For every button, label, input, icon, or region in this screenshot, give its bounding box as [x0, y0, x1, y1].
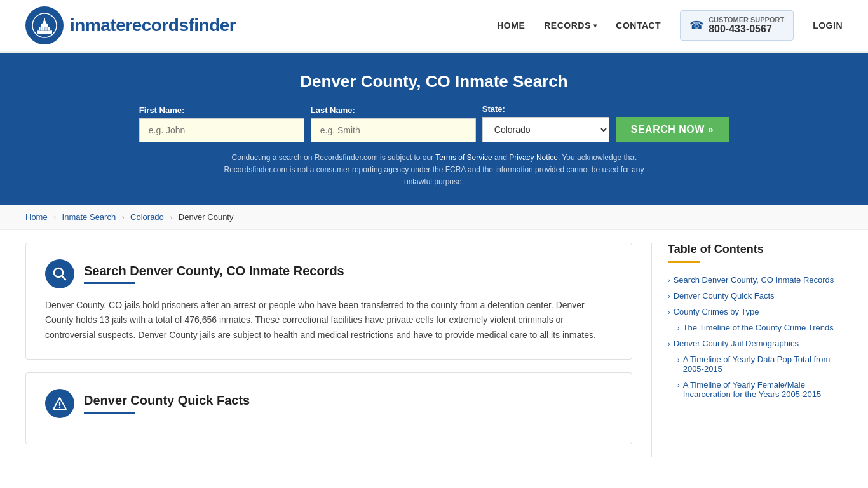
- support-phone: 800-433-0567: [709, 24, 784, 35]
- content-left: Search Denver County, CO Inmate Records …: [25, 243, 652, 457]
- chevron-right-icon: ›: [677, 381, 680, 389]
- toc-title: Table of Contents: [668, 243, 843, 256]
- section-title-search: Search Denver County, CO Inmate Records: [84, 264, 344, 278]
- state-select[interactable]: Colorado: [482, 117, 609, 142]
- toc-item-sub: › A Timeline of Yearly Female/Male Incar…: [668, 377, 843, 402]
- first-name-input[interactable]: [139, 118, 304, 142]
- section-header-search: Search Denver County, CO Inmate Records: [45, 259, 613, 288]
- breadcrumb-state[interactable]: Colorado: [130, 212, 164, 222]
- quick-facts-section: Denver County Quick Facts: [25, 372, 632, 444]
- content-right: Table of Contents › Search Denver County…: [652, 243, 843, 457]
- chevron-down-icon: ▾: [593, 22, 597, 29]
- phone-icon: ☎: [689, 18, 703, 32]
- main-nav: HOME RECORDS ▾ CONTACT ☎ CUSTOMER SUPPOR…: [497, 10, 843, 41]
- toc-item: › Denver County Quick Facts: [668, 288, 843, 304]
- hero-title: Denver County, CO Inmate Search: [25, 72, 843, 92]
- chevron-right-icon: ›: [677, 356, 680, 363]
- chevron-right-icon: ›: [668, 340, 670, 348]
- search-row: First Name: Last Name: State: Colorado S…: [25, 104, 843, 142]
- toc-box: Table of Contents › Search Denver County…: [668, 243, 843, 402]
- toc-item: › Search Denver County, CO Inmate Record…: [668, 272, 843, 288]
- breadcrumb: Home › Inmate Search › Colorado › Denver…: [0, 205, 868, 230]
- first-name-label: First Name:: [139, 105, 185, 115]
- breadcrumb-sep-3: ›: [170, 214, 172, 221]
- toc-item-sub: › The Timeline of the County Crime Trend…: [668, 320, 843, 336]
- logo-text: inmaterecordsfinder: [70, 15, 236, 36]
- first-name-group: First Name:: [139, 105, 304, 142]
- toc-item: › County Crimes by Type: [668, 304, 843, 320]
- site-header: inmaterecordsfinder HOME RECORDS ▾ CONTA…: [0, 0, 868, 53]
- state-label: State:: [482, 104, 505, 114]
- svg-rect-5: [44, 18, 45, 20]
- section-underline: [84, 282, 135, 284]
- toc-item: › Denver County Jail Demographics: [668, 336, 843, 351]
- toc-link-gender-timeline[interactable]: › A Timeline of Yearly Female/Male Incar…: [677, 380, 843, 399]
- chevron-right-icon: ›: [677, 324, 680, 332]
- main-content: Search Denver County, CO Inmate Records …: [0, 230, 868, 470]
- logo-icon: [25, 6, 64, 44]
- toc-underline: [668, 261, 700, 263]
- search-icon: [45, 259, 74, 288]
- section-header-facts: Denver County Quick Facts: [45, 389, 613, 418]
- toc-link-timeline-crime[interactable]: › The Timeline of the County Crime Trend…: [677, 323, 843, 332]
- state-group: State: Colorado: [482, 104, 609, 142]
- chevron-right-icon: ›: [668, 292, 670, 300]
- tos-link[interactable]: Terms of Service: [435, 153, 492, 162]
- svg-point-15: [59, 407, 60, 408]
- search-records-section: Search Denver County, CO Inmate Records …: [25, 243, 632, 360]
- alert-icon: [45, 389, 74, 418]
- section-title-facts: Denver County Quick Facts: [84, 393, 250, 408]
- logo-area: inmaterecordsfinder: [25, 6, 236, 44]
- hero-section: Denver County, CO Inmate Search First Na…: [0, 53, 868, 205]
- nav-contact[interactable]: CONTACT: [616, 20, 661, 30]
- section-underline-facts: [84, 412, 135, 414]
- toc-list: › Search Denver County, CO Inmate Record…: [668, 272, 843, 402]
- last-name-input[interactable]: [311, 118, 476, 142]
- svg-rect-10: [37, 30, 51, 31]
- section-body-search: Denver County, CO jails hold prisoners a…: [45, 298, 613, 343]
- chevron-right-icon: ›: [668, 308, 670, 316]
- nav-records[interactable]: RECORDS ▾: [544, 20, 597, 30]
- last-name-group: Last Name:: [311, 105, 476, 142]
- support-label: CUSTOMER SUPPORT: [709, 16, 784, 24]
- hero-disclaimer: Conducting a search on Recordsfinder.com…: [212, 152, 656, 189]
- nav-home[interactable]: HOME: [497, 20, 525, 30]
- last-name-label: Last Name:: [311, 105, 355, 115]
- breadcrumb-county: Denver County: [179, 212, 234, 222]
- toc-link-yearly-data[interactable]: › A Timeline of Yearly Data Pop Total fr…: [677, 355, 843, 374]
- breadcrumb-sep-2: ›: [122, 214, 125, 221]
- breadcrumb-sep-1: ›: [53, 214, 56, 221]
- section-title-block-search: Search Denver County, CO Inmate Records: [84, 264, 344, 284]
- nav-login[interactable]: LOGIN: [813, 20, 843, 30]
- chevron-right-icon: ›: [668, 276, 670, 284]
- search-button[interactable]: SEARCH NOW »: [616, 117, 729, 142]
- svg-line-12: [62, 276, 66, 280]
- privacy-link[interactable]: Privacy Notice: [509, 153, 558, 162]
- toc-link-demographics[interactable]: › Denver County Jail Demographics: [668, 339, 843, 348]
- toc-item-sub: › A Timeline of Yearly Data Pop Total fr…: [668, 351, 843, 377]
- toc-link-search[interactable]: › Search Denver County, CO Inmate Record…: [668, 275, 843, 285]
- section-title-block-facts: Denver County Quick Facts: [84, 393, 250, 414]
- breadcrumb-home[interactable]: Home: [25, 212, 48, 222]
- breadcrumb-inmate-search[interactable]: Inmate Search: [62, 212, 116, 222]
- toc-link-quick-facts[interactable]: › Denver County Quick Facts: [668, 291, 843, 301]
- toc-link-county-crimes[interactable]: › County Crimes by Type: [668, 307, 843, 316]
- support-box: ☎ CUSTOMER SUPPORT 800-433-0567: [680, 10, 794, 41]
